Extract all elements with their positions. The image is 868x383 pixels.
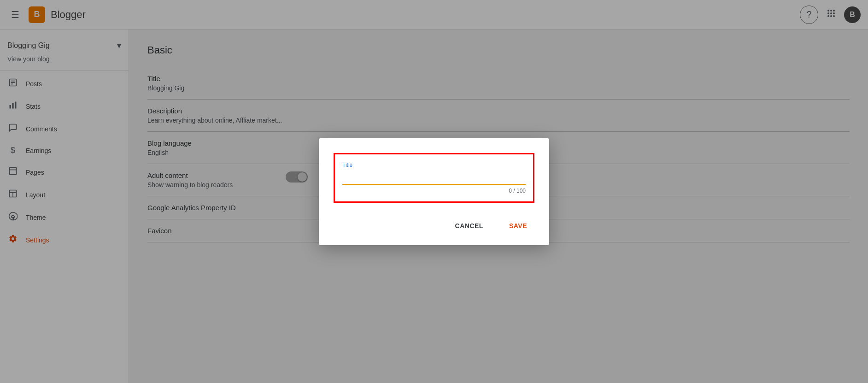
title-edit-dialog: Title 0 / 100 CANCEL SAVE xyxy=(319,138,549,245)
cancel-button[interactable]: CANCEL xyxy=(448,218,491,234)
dialog-field-wrapper: Title 0 / 100 xyxy=(334,153,534,203)
dialog-char-count: 0 / 100 xyxy=(342,188,526,194)
save-button[interactable]: SAVE xyxy=(502,218,534,234)
dialog-input-wrapper xyxy=(342,172,526,185)
dialog-actions: CANCEL SAVE xyxy=(334,218,534,234)
dialog-field-label: Title xyxy=(342,162,526,168)
modal-overlay: Title 0 / 100 CANCEL SAVE xyxy=(0,0,868,383)
title-input[interactable] xyxy=(342,172,526,185)
